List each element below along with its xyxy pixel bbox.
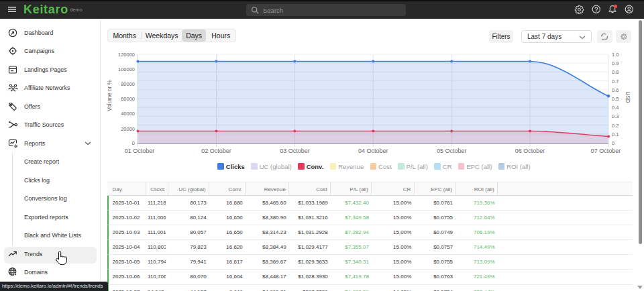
svg-text:0: 0: [612, 140, 614, 146]
svg-text:1.0: 1.0: [612, 52, 619, 58]
svg-text:0.1: 0.1: [612, 131, 619, 137]
svg-text:100000: 100000: [118, 66, 135, 72]
svg-text:Volume or %: Volume or %: [107, 80, 113, 111]
svg-text:02 October: 02 October: [201, 148, 231, 154]
svg-text:USD: USD: [625, 91, 631, 103]
svg-text:80000: 80000: [121, 81, 135, 87]
svg-text:120000: 120000: [118, 52, 135, 58]
svg-text:60000: 60000: [121, 96, 135, 102]
svg-text:0.2: 0.2: [612, 123, 619, 129]
svg-text:04 October: 04 October: [358, 148, 388, 154]
svg-text:0.9: 0.9: [612, 60, 619, 66]
svg-text:0.5: 0.5: [612, 96, 619, 102]
svg-text:05 October: 05 October: [437, 148, 467, 154]
svg-text:0.3: 0.3: [612, 113, 619, 119]
svg-text:07 October: 07 October: [591, 148, 621, 154]
svg-text:06 October: 06 October: [515, 148, 545, 154]
svg-text:20000: 20000: [121, 126, 135, 132]
svg-text:0.7: 0.7: [612, 78, 619, 84]
svg-text:0.8: 0.8: [612, 69, 619, 75]
svg-text:0: 0: [132, 140, 135, 146]
svg-text:0.6: 0.6: [612, 87, 619, 93]
svg-text:03 October: 03 October: [280, 148, 310, 154]
svg-text:40000: 40000: [121, 111, 135, 117]
svg-text:0.4: 0.4: [612, 105, 619, 111]
svg-text:01 October: 01 October: [125, 148, 155, 154]
